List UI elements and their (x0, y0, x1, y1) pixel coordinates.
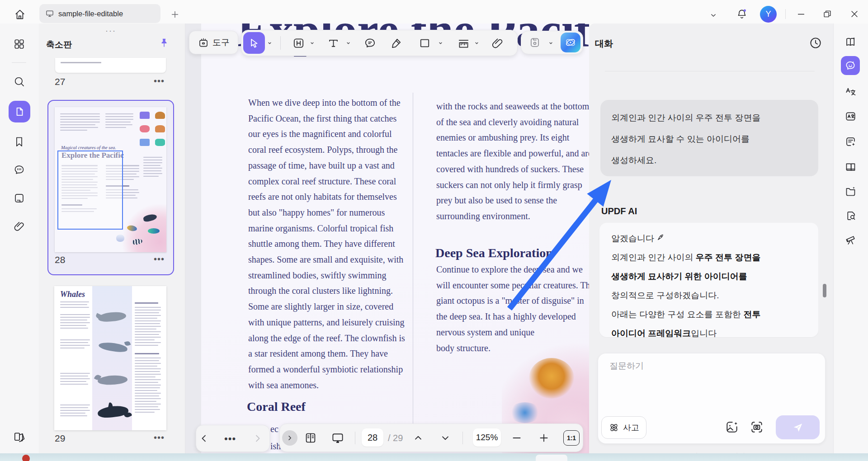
new-tab-icon[interactable] (170, 9, 180, 19)
comments-icon[interactable] (13, 164, 25, 176)
select-tool-button[interactable] (243, 32, 265, 54)
doc-heading-deep-sea: Deep Sea Exploration (435, 246, 553, 260)
right-rail-active-item[interactable] (841, 56, 860, 75)
restore-icon[interactable] (822, 9, 832, 19)
heading-tool[interactable] (292, 37, 305, 50)
translate-doc-icon[interactable] (844, 110, 857, 122)
image-generate-icon[interactable] (725, 420, 739, 434)
thumbnail-panel-title: 축소판 (46, 39, 72, 51)
grid-icon[interactable] (13, 38, 25, 50)
thumbnails-icon (14, 106, 25, 118)
user-message-bubble: 외계인과 인간 사이의 우주 전투 장면을생생하게 묘사할 수 있는 아이디어를… (600, 100, 818, 176)
send-icon (792, 422, 804, 433)
page-number-input[interactable]: 28 (362, 428, 383, 447)
zoom-level-box[interactable]: 125% (473, 428, 501, 447)
pin-icon[interactable] (158, 37, 170, 49)
user-message-line: 생성하세요. (611, 150, 760, 171)
zoom-out-icon[interactable] (511, 432, 523, 444)
shape-tool[interactable] (418, 37, 431, 50)
page-organize-icon[interactable] (13, 431, 26, 444)
translate-icon[interactable] (844, 85, 857, 98)
doc-text-line: surrounding environment. (436, 211, 530, 221)
ai-assistant-button[interactable] (561, 33, 580, 52)
doc-text-line: along the edge of the reef. The clownfis… (248, 333, 405, 343)
chat-header-title: 대화 (595, 38, 613, 50)
bookmark-icon[interactable] (13, 136, 25, 148)
doc-search-icon[interactable] (844, 210, 857, 222)
folder-ai-icon[interactable] (844, 185, 857, 198)
send-button[interactable] (776, 415, 820, 439)
zoom-level-value: 125% (476, 433, 498, 442)
taskbar-red-dot (22, 455, 30, 461)
thumbnail-menu-28[interactable]: ••• (154, 254, 165, 264)
doc-text-line: Pacific Ocean, the first thing that catc… (248, 113, 396, 124)
chat-scrollbar[interactable] (823, 284, 826, 297)
atom-icon (609, 422, 619, 433)
titlebar-chevron-icon[interactable] (709, 11, 718, 20)
expand-button[interactable] (282, 430, 297, 446)
note-ai-icon[interactable] (844, 136, 857, 148)
avatar[interactable]: Y (760, 6, 777, 23)
sidebar-active-item[interactable] (9, 101, 30, 122)
doc-text-line: shuttle among them. They have different (248, 239, 395, 249)
pen-tool[interactable] (390, 37, 403, 50)
doc-text-line: with unique patterns, and leisurely crui… (248, 317, 404, 328)
thumbnail-menu-29[interactable]: ••• (154, 433, 165, 443)
chevron-down-icon[interactable] (344, 39, 352, 47)
page-icon[interactable] (13, 192, 25, 204)
panel-drag-handle[interactable]: ··· (105, 30, 119, 33)
doc-text-line: body structure. (436, 343, 491, 353)
doc-text-line: tentacles are flexible and powerful, and… (436, 148, 592, 159)
tools-button-pill[interactable]: 도구 (189, 31, 238, 54)
measure-tool[interactable] (457, 37, 470, 50)
text-tool[interactable] (327, 37, 340, 50)
think-button[interactable]: 사고 (601, 416, 646, 439)
assistant-message-line: 알겠습니다 (611, 229, 760, 248)
chevron-down-icon[interactable] (547, 39, 555, 47)
rocket-icon (656, 233, 665, 241)
thumbnail-page-27[interactable] (55, 58, 166, 73)
nav-more-icon[interactable]: ••• (224, 433, 236, 445)
thumbnail-menu-27[interactable]: ••• (154, 76, 165, 86)
user-message-line: 외계인과 인간 사이의 우주 전투 장면을 (611, 107, 760, 128)
left-rail-divider (12, 62, 26, 63)
doc-text-line: When we dive deep into the bottom of the (248, 98, 401, 108)
doc-text-line: through the coral clusters like lightnin… (248, 286, 393, 296)
save-icon[interactable] (528, 36, 541, 49)
actual-size-label: 1:1 (567, 434, 576, 442)
comment-tool[interactable] (363, 37, 377, 50)
telescope-icon[interactable] (844, 234, 857, 246)
notification-bell-icon[interactable] (736, 8, 748, 20)
chevron-down-icon[interactable] (473, 39, 481, 47)
attach-tool[interactable] (491, 37, 504, 50)
nav-forward-icon[interactable] (251, 432, 264, 445)
doc-text-line: covered with hundreds of suckers. These (436, 164, 584, 174)
thumbnail-page-29[interactable]: Whales (54, 286, 166, 430)
close-icon[interactable] (849, 9, 859, 19)
chevron-down-icon[interactable] (266, 39, 274, 47)
nav-back-icon[interactable] (198, 432, 210, 445)
avatar-initial: Y (765, 9, 771, 19)
reading-mode-icon[interactable] (304, 431, 317, 445)
screenshot-icon[interactable] (750, 420, 764, 434)
actual-size-button[interactable]: 1:1 (563, 430, 580, 446)
page-up-icon[interactable] (412, 432, 424, 444)
history-icon[interactable] (809, 36, 822, 50)
attachment-icon[interactable] (13, 220, 25, 232)
zoom-in-icon[interactable] (538, 432, 550, 444)
document-tab[interactable]: sample-file-editable (39, 4, 160, 23)
chevron-down-icon[interactable] (308, 39, 316, 47)
tools-label: 도구 (212, 37, 230, 48)
doc-text-line: but also "happy homes" for numerous (248, 207, 385, 218)
chevron-down-icon[interactable] (437, 39, 444, 47)
minimize-icon[interactable] (796, 9, 806, 19)
search-icon[interactable] (13, 75, 25, 88)
reader-icon[interactable] (844, 160, 857, 173)
bottom-divider-1 (355, 432, 355, 444)
page-total: / 29 (388, 433, 403, 443)
page-down-icon[interactable] (439, 432, 451, 444)
book-summary-icon[interactable] (844, 36, 857, 48)
presentation-icon[interactable] (331, 431, 344, 445)
doc-text-line: a star resident among them. They have (248, 348, 388, 359)
home-icon[interactable] (14, 8, 26, 21)
